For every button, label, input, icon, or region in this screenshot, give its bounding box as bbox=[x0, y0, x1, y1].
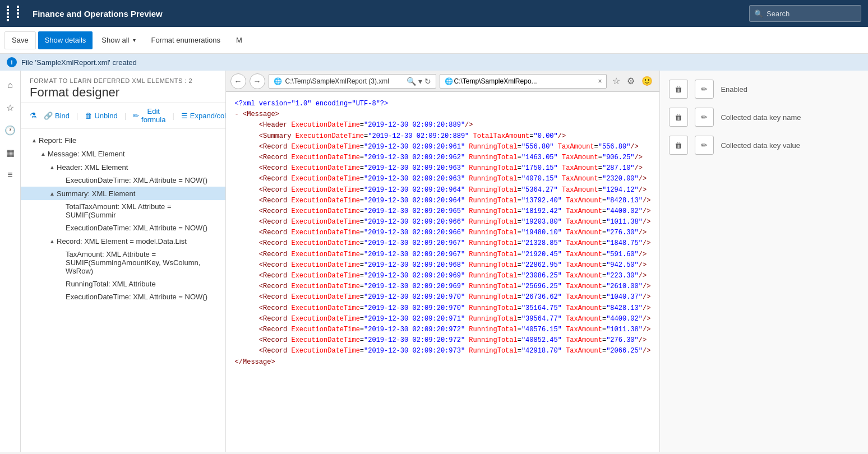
delete-key-value-button[interactable]: 🗑 bbox=[669, 136, 688, 155]
tree-item-runningtotal[interactable]: RunningTotal: XML Attribute bbox=[21, 277, 225, 290]
xml-line-3: <Summary ExecutionDateTime="2019-12-30 0… bbox=[235, 131, 651, 142]
tree-toggle-record[interactable]: ▲ bbox=[48, 237, 57, 245]
xml-line-0: <?xml version="1.0" encoding="UTF-8"?> bbox=[235, 99, 651, 109]
sidebar-icon-home[interactable]: ⌂ bbox=[0, 75, 20, 95]
xml-line-7: <Record ExecutionDateTime="2019-12-30 02… bbox=[235, 174, 651, 184]
tree-label-header: Header: XML Element bbox=[57, 163, 221, 172]
xml-line-12: <Record ExecutionDateTime="2019-12-30 02… bbox=[235, 228, 651, 238]
key-value-label: Collected data key value bbox=[721, 141, 800, 150]
address-bar-1[interactable]: 🌐 C:\Temp\SampleXmlReport (3).xml 🔍 ▾ ↻ bbox=[269, 74, 436, 89]
xml-line-18: <Record ExecutionDateTime="2019-12-30 02… bbox=[235, 292, 651, 303]
refresh-icon[interactable]: ↻ bbox=[424, 77, 431, 86]
main-layout: ⌂ ☆ 🕐 ▦ ≡ FORMAT TO LEARN DEFERRED XML E… bbox=[0, 71, 868, 452]
edit-formula-label: Edit formula bbox=[141, 107, 165, 124]
chevron-down-icon: ▾ bbox=[133, 37, 136, 43]
sidebar-icon-recent[interactable]: 🕐 bbox=[0, 120, 20, 140]
app-grid-icon[interactable] bbox=[7, 6, 26, 21]
top-nav-bar: Finance and Operations Preview 🔍 Search bbox=[0, 0, 868, 27]
star-icon[interactable]: ☆ bbox=[610, 75, 622, 87]
prop-row-key-value: 🗑 ✏ Collected data key value bbox=[669, 136, 859, 155]
xml-line-6: <Record ExecutionDateTime="2019-12-30 02… bbox=[235, 163, 651, 174]
key-name-label: Collected data key name bbox=[721, 113, 801, 122]
more-button[interactable]: M bbox=[229, 31, 249, 49]
xml-line-2: <Header ExecutionDateTime="2019-12-30 02… bbox=[235, 120, 651, 131]
forward-button[interactable]: → bbox=[250, 73, 265, 89]
tree-toggle-summary[interactable]: ▲ bbox=[48, 189, 57, 198]
tab-close-btn[interactable]: × bbox=[598, 77, 602, 85]
search-address-icon[interactable]: 🔍 bbox=[407, 77, 416, 86]
sidebar-icon-workspace[interactable]: ▦ bbox=[0, 142, 20, 163]
xml-viewer-panel: ← → 🌐 C:\Temp\SampleXmlReport (3).xml 🔍 … bbox=[226, 71, 660, 452]
show-details-button[interactable]: Show details bbox=[38, 31, 93, 49]
show-all-button[interactable]: Show all ▾ bbox=[95, 31, 142, 49]
designer-panel: FORMAT TO LEARN DEFERRED XML ELEMENTS : … bbox=[21, 71, 226, 452]
tree-item-taxamount[interactable]: TaxAmount: XML Attribute = SUMIF(Summing… bbox=[21, 248, 225, 277]
separator1: | bbox=[76, 112, 78, 120]
edit-formula-button[interactable]: ✏ Edit formula bbox=[133, 107, 165, 124]
delete-key-name-button[interactable]: 🗑 bbox=[669, 108, 688, 127]
xml-line-19: <Record ExecutionDateTime="2019-12-30 02… bbox=[235, 303, 651, 314]
bind-icon: 🔗 bbox=[44, 112, 53, 120]
xml-line-21: <Record ExecutionDateTime="2019-12-30 02… bbox=[235, 325, 651, 335]
address-text-1: C:\Temp\SampleXmlReport (3).xml bbox=[285, 77, 403, 85]
xml-line-9: <Record ExecutionDateTime="2019-12-30 02… bbox=[235, 196, 651, 206]
sidebar-icon-favorites[interactable]: ☆ bbox=[0, 98, 20, 118]
delete-enabled-button[interactable]: 🗑 bbox=[669, 80, 688, 99]
save-button[interactable]: Save bbox=[4, 31, 36, 49]
tree-toggle-header[interactable]: ▲ bbox=[48, 163, 57, 172]
tree-label-record-execdt: ExecutionDateTime: XML Attribute = NOW() bbox=[66, 293, 221, 301]
tree-item-record[interactable]: ▲ Record: XML Element = model.Data.List bbox=[21, 234, 225, 248]
tree-item-summary[interactable]: ▲ Summary: XML Element bbox=[21, 187, 225, 200]
xml-line-1: - <Message> bbox=[235, 109, 651, 120]
browser-icon: 🌐 bbox=[274, 77, 282, 85]
separator3: | bbox=[172, 112, 174, 120]
edit-enabled-button[interactable]: ✏ bbox=[695, 80, 714, 99]
xml-line-16: <Record ExecutionDateTime="2019-12-30 02… bbox=[235, 271, 651, 281]
bind-label: Bind bbox=[55, 112, 70, 120]
emoji-icon[interactable]: 🙂 bbox=[639, 75, 655, 87]
browser-icon-2: 🌐 bbox=[445, 77, 453, 85]
xml-line-8: <Record ExecutionDateTime="2019-12-30 02… bbox=[235, 185, 651, 196]
format-tree[interactable]: ▲ Report: File ▲ Message: XML Element ▲ … bbox=[21, 129, 225, 452]
bind-button[interactable]: 🔗 Bind bbox=[44, 112, 70, 120]
xml-line-14: <Record ExecutionDateTime="2019-12-30 02… bbox=[235, 249, 651, 260]
xml-line-11: <Record ExecutionDateTime="2019-12-30 02… bbox=[235, 217, 651, 228]
tree-item-summary-execdt[interactable]: ExecutionDateTime: XML Attribute = NOW() bbox=[21, 221, 225, 234]
tree-toggle-message[interactable]: ▲ bbox=[39, 149, 48, 158]
info-bar: i File 'SampleXmlReport.xml' created bbox=[0, 54, 868, 71]
xml-content: <?xml version="1.0" encoding="UTF-8"?> -… bbox=[226, 92, 660, 452]
tree-label-record: Record: XML Element = model.Data.List bbox=[57, 237, 221, 245]
properties-panel: 🗑 ✏ Enabled 🗑 ✏ Collected data key name … bbox=[659, 71, 868, 452]
tree-toggle-report[interactable]: ▲ bbox=[30, 136, 39, 145]
gear-browser-icon[interactable]: ⚙ bbox=[625, 75, 637, 87]
edit-key-value-button[interactable]: ✏ bbox=[695, 136, 714, 155]
tree-item-report[interactable]: ▲ Report: File bbox=[21, 133, 225, 147]
expand-collapse-button[interactable]: ☰ Expand/collapse bbox=[181, 112, 226, 120]
xml-line-10: <Record ExecutionDateTime="2019-12-30 02… bbox=[235, 206, 651, 217]
search-box[interactable]: 🔍 Search bbox=[749, 5, 861, 22]
search-icon: 🔍 bbox=[754, 10, 763, 18]
tree-label-taxamount: TaxAmount: XML Attribute = SUMIF(Summing… bbox=[66, 250, 221, 275]
tree-item-record-execdt[interactable]: ExecutionDateTime: XML Attribute = NOW() bbox=[21, 290, 225, 303]
unbind-button[interactable]: 🗑 Unbind bbox=[85, 112, 117, 120]
format-enumerations-button[interactable]: Format enumerations bbox=[145, 31, 228, 49]
app-title: Finance and Operations Preview bbox=[33, 9, 742, 18]
tree-item-header-execdt[interactable]: ExecutionDateTime: XML Attribute = NOW() bbox=[21, 174, 225, 187]
tree-item-totaltax[interactable]: TotalTaxAmount: XML Attribute = SUMIF(Su… bbox=[21, 200, 225, 221]
dropdown-address-icon[interactable]: ▾ bbox=[418, 77, 422, 86]
unbind-icon: 🗑 bbox=[85, 112, 92, 120]
unbind-label: Unbind bbox=[94, 112, 117, 120]
tree-item-message[interactable]: ▲ Message: XML Element bbox=[21, 147, 225, 160]
panel-title: Format designer bbox=[30, 85, 216, 100]
address-bar-icons: 🔍 ▾ ↻ bbox=[407, 77, 431, 86]
xml-line-13: <Record ExecutionDateTime="2019-12-30 02… bbox=[235, 238, 651, 249]
edit-key-name-button[interactable]: ✏ bbox=[695, 108, 714, 127]
back-button[interactable]: ← bbox=[230, 73, 246, 89]
show-all-label: Show all bbox=[101, 36, 129, 44]
tree-label-summary: Summary: XML Element bbox=[57, 189, 221, 198]
xml-line-17: <Record ExecutionDateTime="2019-12-30 02… bbox=[235, 281, 651, 292]
tree-item-header[interactable]: ▲ Header: XML Element bbox=[21, 160, 225, 174]
sidebar-icon-list[interactable]: ≡ bbox=[0, 165, 20, 185]
pencil-icon: ✏ bbox=[133, 112, 139, 120]
tree-label-header-execdt: ExecutionDateTime: XML Attribute = NOW() bbox=[66, 176, 221, 184]
